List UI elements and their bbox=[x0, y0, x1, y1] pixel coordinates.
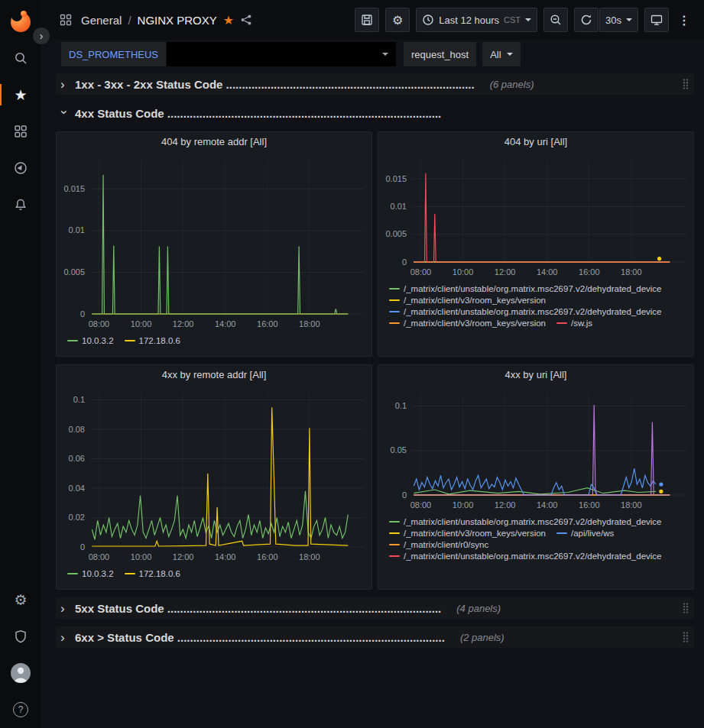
svg-text:08:00: 08:00 bbox=[89, 319, 110, 328]
share-icon[interactable] bbox=[240, 14, 252, 26]
legend-item[interactable]: /api/live/ws bbox=[556, 529, 614, 538]
legend-item[interactable]: 10.0.3.2 bbox=[67, 336, 114, 345]
legend-item[interactable]: 10.0.3.2 bbox=[67, 569, 114, 578]
grafana-app: › ★ ⚙ bbox=[0, 0, 704, 728]
sidebar-item-alerting[interactable] bbox=[0, 186, 41, 223]
legend-item[interactable]: 172.18.0.6 bbox=[125, 569, 180, 578]
drag-handle-icon[interactable] bbox=[682, 78, 689, 90]
sidebar-item-search[interactable] bbox=[0, 40, 41, 76]
datasource-variable-label[interactable]: DS_PROMETHEUS bbox=[61, 42, 166, 66]
compass-icon bbox=[14, 161, 28, 175]
sidebar-item-profile[interactable] bbox=[0, 655, 41, 691]
refresh-icon bbox=[580, 14, 592, 26]
breadcrumb-section[interactable]: General bbox=[81, 14, 122, 27]
panel-title[interactable]: 404 by remote addr [All] bbox=[57, 132, 371, 152]
clock-icon bbox=[422, 14, 434, 26]
sidebar-item-explore[interactable] bbox=[0, 150, 41, 186]
row-6xx[interactable]: › 6xx > Status Code ....................… bbox=[56, 626, 694, 648]
svg-text:0.06: 0.06 bbox=[69, 454, 85, 463]
grafana-logo-icon[interactable] bbox=[6, 6, 35, 35]
datasource-variable-select[interactable] bbox=[167, 42, 396, 66]
svg-text:18:00: 18:00 bbox=[621, 500, 642, 510]
sidebar-bottom-group: ⚙ ? bbox=[0, 581, 41, 728]
svg-text:0.02: 0.02 bbox=[69, 513, 85, 522]
chevron-down-icon bbox=[525, 18, 531, 21]
legend-item[interactable]: /_matrix/client/v3/room_keys/version bbox=[389, 319, 546, 328]
timeseries-chart[interactable]: 08:0010:0012:0014:0016:0018:0000.020.040… bbox=[57, 385, 371, 564]
sidebar-item-help[interactable]: ? bbox=[0, 691, 41, 728]
sidebar-item-server-admin[interactable] bbox=[0, 618, 41, 655]
legend-item[interactable]: /_matrix/client/unstable/org.matrix.msc2… bbox=[389, 307, 662, 316]
refresh-button-group: 30s bbox=[574, 8, 638, 32]
panel-row-1: 404 by remote addr [All] 08:0010:0012:00… bbox=[56, 131, 694, 357]
svg-text:0.05: 0.05 bbox=[391, 445, 407, 455]
dashboard-title[interactable]: NGINX PROXY bbox=[138, 14, 217, 27]
legend-item[interactable]: /_matrix/client/r0/sync bbox=[389, 540, 488, 549]
panel-title[interactable]: 404 by uri [All] bbox=[378, 132, 693, 152]
timeseries-chart[interactable]: 08:0010:0012:0014:0016:0018:0000.0050.01… bbox=[57, 152, 371, 331]
drag-handle-icon[interactable] bbox=[682, 602, 689, 614]
legend-item[interactable]: /_matrix/client/unstable/org.matrix.msc2… bbox=[389, 517, 662, 526]
legend-item[interactable]: /_matrix/client/v3/room_keys/version bbox=[389, 529, 546, 538]
svg-text:08:00: 08:00 bbox=[89, 552, 110, 561]
save-dashboard-button[interactable] bbox=[355, 8, 379, 32]
main-area: General / NGINX PROXY ★ ⚙ Last 12 hours bbox=[41, 0, 704, 728]
sidebar-item-dashboards[interactable] bbox=[0, 113, 41, 150]
help-icon: ? bbox=[13, 702, 28, 717]
panel-4xx-by-uri: 4xx by uri [All] 08:0010:0012:0014:0016:… bbox=[378, 364, 694, 590]
panel-title[interactable]: 4xx by uri [All] bbox=[378, 365, 693, 385]
svg-text:0.1: 0.1 bbox=[73, 395, 85, 404]
dashboard-variables-bar: DS_PROMETHEUS request_host All bbox=[41, 40, 704, 69]
request-host-variable-select[interactable]: All bbox=[482, 42, 520, 66]
dashboard-settings-button[interactable]: ⚙ bbox=[385, 8, 410, 32]
chart-legend: /_matrix/client/unstable/org.matrix.msc2… bbox=[378, 512, 693, 589]
svg-text:12:00: 12:00 bbox=[495, 500, 516, 510]
svg-text:0.015: 0.015 bbox=[63, 184, 85, 193]
svg-text:0.04: 0.04 bbox=[69, 484, 85, 493]
legend-item[interactable]: 172.18.0.6 bbox=[125, 336, 180, 345]
timeseries-chart[interactable]: 08:0010:0012:0014:0016:0018:0000.0050.01… bbox=[378, 152, 693, 279]
refresh-interval-picker[interactable]: 30s bbox=[599, 8, 638, 32]
svg-text:10:00: 10:00 bbox=[131, 552, 152, 561]
sidebar-item-starred[interactable]: ★ bbox=[0, 76, 41, 113]
svg-text:16:00: 16:00 bbox=[257, 319, 278, 328]
row-title: 1xx - 3xx - 2xx Status Code ............… bbox=[75, 78, 475, 91]
row-5xx[interactable]: › 5xx Status Code ......................… bbox=[56, 597, 694, 619]
svg-text:10:00: 10:00 bbox=[453, 500, 474, 510]
row-title: 4xx Status Code ........................… bbox=[75, 107, 441, 120]
save-icon bbox=[361, 14, 373, 26]
svg-text:08:00: 08:00 bbox=[410, 267, 432, 277]
svg-text:0: 0 bbox=[80, 309, 85, 319]
panel-404-by-remote-addr: 404 by remote addr [All] 08:0010:0012:00… bbox=[56, 131, 372, 357]
drag-handle-icon[interactable] bbox=[682, 631, 689, 643]
dashboard-canvas: › 1xx - 3xx - 2xx Status Code ..........… bbox=[41, 69, 704, 728]
time-range-picker[interactable]: Last 12 hours CST bbox=[416, 8, 537, 32]
cycle-view-mode-button[interactable] bbox=[644, 8, 669, 32]
svg-text:16:00: 16:00 bbox=[579, 267, 600, 277]
favorite-star-icon[interactable]: ★ bbox=[223, 13, 234, 28]
chevron-down-icon bbox=[626, 18, 632, 21]
row-title: 6xx > Status Code ......................… bbox=[75, 631, 445, 644]
gear-icon: ⚙ bbox=[392, 13, 403, 28]
legend-item[interactable]: /_matrix/client/v3/room_keys/version bbox=[389, 296, 546, 305]
zoom-out-time-button[interactable] bbox=[543, 8, 568, 32]
breadcrumb-separator: / bbox=[128, 14, 131, 27]
row-1xx-3xx-2xx[interactable]: › 1xx - 3xx - 2xx Status Code ..........… bbox=[56, 73, 694, 95]
chevron-down-icon bbox=[507, 53, 513, 56]
panel-title[interactable]: 4xx by remote addr [All] bbox=[57, 365, 371, 385]
refresh-button[interactable] bbox=[574, 8, 599, 32]
legend-item[interactable]: /sw.js bbox=[556, 319, 592, 328]
svg-text:0: 0 bbox=[402, 257, 407, 267]
more-options-button[interactable]: ⋮ bbox=[675, 8, 693, 32]
timeseries-chart[interactable]: 08:0010:0012:0014:0016:0018:0000.050.1 bbox=[378, 385, 693, 512]
request-host-variable-label[interactable]: request_host bbox=[404, 42, 476, 66]
legend-item[interactable]: /_matrix/client/unstable/org.matrix.msc2… bbox=[389, 552, 662, 561]
chart-legend: /_matrix/client/unstable/org.matrix.msc2… bbox=[378, 279, 693, 356]
legend-item[interactable]: /_matrix/client/unstable/org.matrix.msc2… bbox=[389, 284, 662, 293]
svg-text:0: 0 bbox=[80, 542, 85, 552]
sidebar-item-configuration[interactable]: ⚙ bbox=[0, 581, 41, 618]
svg-text:0.005: 0.005 bbox=[63, 267, 85, 277]
svg-text:0.005: 0.005 bbox=[385, 229, 407, 238]
row-4xx[interactable]: › 4xx Status Code ......................… bbox=[56, 102, 694, 124]
svg-text:18:00: 18:00 bbox=[621, 267, 642, 277]
